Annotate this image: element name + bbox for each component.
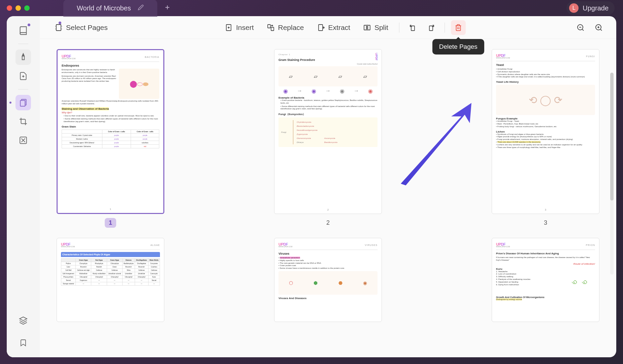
upgrade-label: Upgrade <box>583 4 609 12</box>
svg-line-21 <box>582 29 584 30</box>
gram-table: Color of Gram + cellsColor of Gram - cel… <box>62 130 159 148</box>
virus-diagram: ⬡⬢⬣◉ <box>278 271 378 295</box>
svg-rect-14 <box>368 25 370 30</box>
delete-tooltip: Delete Pages <box>432 39 484 54</box>
avatar: L <box>569 3 579 13</box>
divider <box>18 89 28 89</box>
page-thumbnail-5[interactable]: UPDF WWW.UPDF.COM VIRUSES Viruses • Intr… <box>274 238 382 322</box>
divider <box>445 23 445 33</box>
minimize-window[interactable] <box>15 5 21 11</box>
sidebar-watermark[interactable] <box>15 133 31 148</box>
close-window[interactable] <box>7 5 12 11</box>
page-number-1: 1 <box>105 218 116 228</box>
divider <box>18 44 28 44</box>
insert-label: Insert <box>236 24 254 32</box>
endospore-diagram: ⬤⬭⬬ <box>119 69 159 99</box>
svg-rect-12 <box>319 25 323 31</box>
sidebar <box>7 16 40 357</box>
algae-table: Green AlgaeRed AlgaeGreen AlgaeDiatomsDi… <box>61 258 160 286</box>
svg-rect-11 <box>271 27 274 31</box>
toolbar: Select Pages Insert Replace Extract Spli… <box>40 16 616 39</box>
scrollbar-thumb[interactable] <box>610 73 614 201</box>
page-grid: UPDF WWW.UPDF.COM BACTERIA Endospores En… <box>40 39 616 357</box>
page-item-5[interactable]: UPDF WWW.UPDF.COM VIRUSES Viruses • Intr… <box>274 238 382 322</box>
page-thumbnail-1[interactable]: UPDF WWW.UPDF.COM BACTERIA Endospores En… <box>57 49 164 214</box>
svg-rect-10 <box>268 25 270 28</box>
sidebar-layers[interactable] <box>15 313 31 328</box>
sidebar-comment[interactable] <box>15 49 31 65</box>
add-tab-button[interactable] <box>164 3 171 13</box>
page-thumbnail-3[interactable]: UPDF WWW.UPDF.COM FUNGI Yeast • Unicellu… <box>492 49 599 214</box>
rotate-right-button[interactable] <box>424 20 438 35</box>
upgrade-button[interactable]: L Upgrade <box>566 1 615 15</box>
notification-dot <box>28 24 30 26</box>
svg-rect-13 <box>364 25 366 30</box>
sidebar-crop[interactable] <box>15 114 31 129</box>
window-controls <box>7 5 30 11</box>
extract-button[interactable]: Extract <box>312 20 355 35</box>
maximize-window[interactable] <box>24 5 30 11</box>
page-number-2: 2 <box>322 218 334 228</box>
page-item-1[interactable]: UPDF WWW.UPDF.COM BACTERIA Endospores En… <box>57 49 164 228</box>
delete-pages-button[interactable]: Delete Pages <box>451 20 466 35</box>
zoom-in-button[interactable] <box>591 20 606 35</box>
rotate-left-button[interactable] <box>405 20 420 35</box>
replace-button[interactable]: Replace <box>262 20 309 35</box>
sidebar-edit[interactable] <box>15 68 31 84</box>
staining-diagram: ▱▱▱▱ <box>278 66 378 86</box>
sidebar-organize-pages[interactable] <box>15 95 31 110</box>
svg-rect-3 <box>20 101 25 106</box>
page-item-4[interactable]: UPDF WWW.UPDF.COM ALGAE Characteristics … <box>57 238 164 322</box>
page-item-6[interactable]: UPDF WWW.UPDF.COM PRION Prion's Disease … <box>492 238 599 322</box>
zoom-out-button[interactable] <box>573 20 588 35</box>
select-pages-button[interactable]: Select Pages <box>50 20 112 35</box>
prion-diagram: ꩜ ꩜ <box>565 270 595 294</box>
page-number-3: 3 <box>540 218 551 228</box>
insert-button[interactable]: Insert <box>220 20 259 35</box>
page-thumbnail-6[interactable]: UPDF WWW.UPDF.COM PRION Prion's Disease … <box>492 238 599 322</box>
sidebar-reader[interactable] <box>15 23 31 38</box>
extract-label: Extract <box>328 24 350 32</box>
titlebar: World of Microbes L Upgrade <box>0 0 623 16</box>
svg-marker-5 <box>20 317 27 321</box>
sidebar-bookmark[interactable] <box>15 335 31 351</box>
select-pages-label: Select Pages <box>66 24 108 32</box>
svg-line-24 <box>600 29 602 30</box>
page-thumbnail-2[interactable]: Chapter 1 UPDF Gram Staining Procedure C… <box>274 49 382 214</box>
page-item-2[interactable]: Chapter 1 UPDF Gram Staining Procedure C… <box>274 49 382 228</box>
svg-rect-6 <box>56 25 61 31</box>
split-button[interactable]: Split <box>358 20 393 35</box>
scrollbar[interactable] <box>610 73 614 275</box>
edit-title-icon[interactable] <box>138 4 144 12</box>
main-window: Select Pages Insert Replace Extract Spli… <box>7 16 616 357</box>
page-item-3[interactable]: UPDF WWW.UPDF.COM FUNGI Yeast • Unicellu… <box>492 49 599 228</box>
tab-title: World of Microbes <box>77 4 131 12</box>
document-tab[interactable]: World of Microbes <box>63 0 157 17</box>
divider <box>399 23 399 33</box>
split-label: Split <box>374 24 388 32</box>
page-thumbnail-4[interactable]: UPDF WWW.UPDF.COM ALGAE Characteristics … <box>57 238 164 322</box>
fungi-tree: Fungi Chytridiomycota Blastocladiomycota… <box>278 117 378 147</box>
active-indicator <box>9 102 11 104</box>
content-area: Select Pages Insert Replace Extract Spli… <box>40 16 616 357</box>
yeast-cycle-diagram: ⟲ ◯ ⟳ <box>496 85 595 115</box>
replace-label: Replace <box>278 24 304 32</box>
badge <box>59 22 61 24</box>
